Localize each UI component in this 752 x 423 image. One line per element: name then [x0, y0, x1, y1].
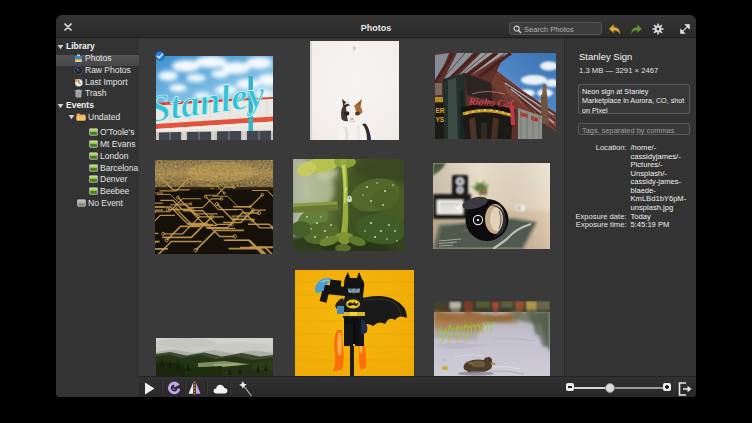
- svg-text:ER: ER: [436, 107, 445, 114]
- svg-text:YS: YS: [436, 116, 445, 123]
